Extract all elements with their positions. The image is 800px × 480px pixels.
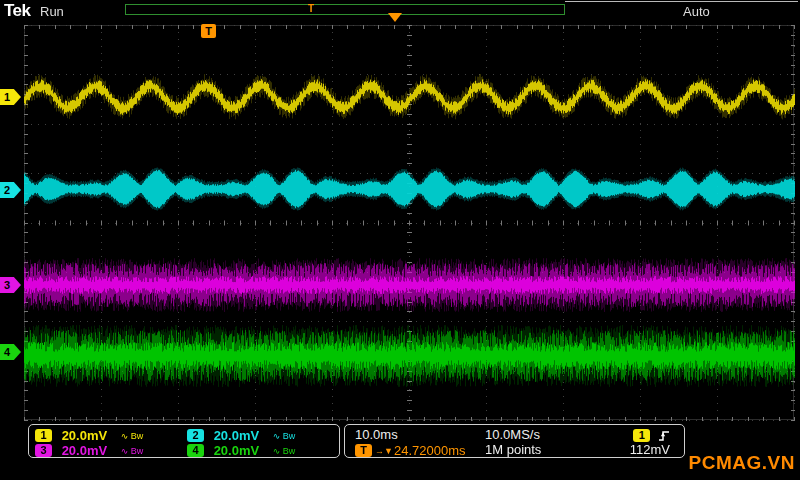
oscilloscope-screen: Tek Run T Auto T 1 2 3 4 1 20.0mV ∿ Bw 2… (0, 0, 800, 480)
expansion-point-marker (388, 13, 402, 22)
trigger-slope-icon (658, 429, 670, 443)
tek-logo: Tek (4, 1, 31, 21)
acquisition-status: Run (40, 4, 64, 19)
trigger-delay-badge: T (355, 444, 372, 457)
ch4-scale: 20.0mV (214, 443, 260, 458)
ch4-badge: 4 (187, 444, 204, 457)
record-view-bar: T (125, 4, 565, 15)
sample-rate: 10.0MS/s (485, 427, 540, 442)
waveform-display (0, 0, 800, 480)
trigger-mode-label: Auto (683, 4, 710, 19)
ch3-coupling-icon: ∿ Bw (121, 446, 144, 456)
trigger-source-badge: 1 (633, 429, 650, 442)
pcmag-watermark: PCMAG.VN (689, 452, 795, 474)
time-per-division: 10.0ms (355, 427, 398, 442)
ch1-coupling-icon: ∿ Bw (121, 431, 144, 441)
trigger-source-readout: 1 (633, 427, 670, 443)
ch1-scale: 20.0mV (62, 428, 108, 443)
ch3-readout: 3 20.0mV ∿ Bw (35, 442, 143, 458)
trigger-position-flag: T (201, 24, 216, 38)
horizontal-trigger-readouts-box: 10.0ms 10.0MS/s 1 T→▼24.72000ms 1M point… (344, 424, 685, 458)
ch3-scale: 20.0mV (62, 443, 108, 458)
record-length: 1M points (485, 442, 541, 457)
ch3-badge: 3 (35, 444, 52, 457)
trigger-delay-readout: T→▼24.72000ms (355, 442, 465, 458)
ch4-readout: 4 20.0mV ∿ Bw (187, 442, 295, 458)
trigger-delay-value: 24.72000ms (394, 443, 466, 458)
top-divider-line (565, 1, 798, 2)
ch1-readout: 1 20.0mV ∿ Bw (35, 427, 143, 443)
ch2-badge: 2 (187, 429, 204, 442)
ch2-readout: 2 20.0mV ∿ Bw (187, 427, 295, 443)
channel-readouts-box: 1 20.0mV ∿ Bw 2 20.0mV ∿ Bw 3 20.0mV ∿ B… (28, 424, 340, 458)
ch2-coupling-icon: ∿ Bw (273, 431, 296, 441)
record-trigger-marker: T (308, 3, 314, 14)
ch1-badge: 1 (35, 429, 52, 442)
trigger-level-value: 112mV (630, 442, 670, 457)
ch2-scale: 20.0mV (214, 428, 260, 443)
delay-arrow-icon: →▼ (375, 446, 393, 456)
ch4-coupling-icon: ∿ Bw (273, 446, 296, 456)
